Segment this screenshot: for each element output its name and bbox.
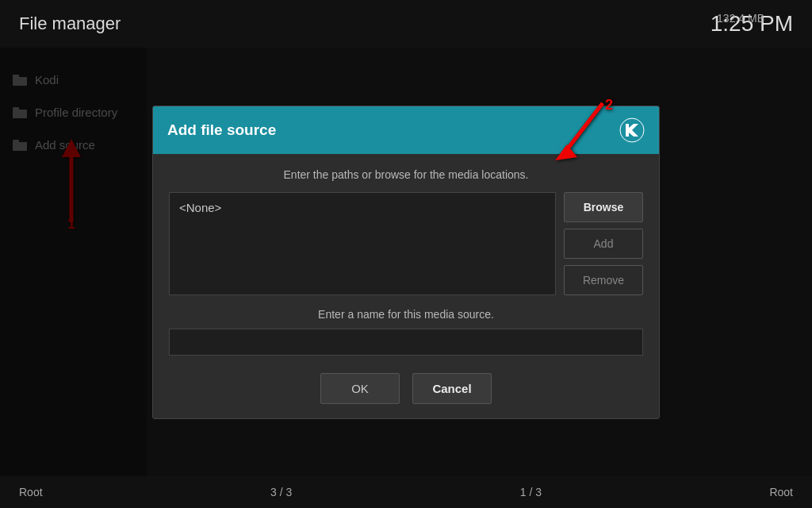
dialog-header: Add file source — [153, 106, 659, 154]
bottom-center-right: 1 / 3 — [520, 486, 542, 498]
kodi-logo — [619, 117, 645, 143]
path-instruction: Enter the paths or browse for the media … — [169, 168, 643, 181]
path-list[interactable]: <None> — [169, 192, 556, 295]
app-title: File manager — [19, 13, 121, 34]
cancel-button[interactable]: Cancel — [412, 373, 492, 404]
dialog-actions: OK Cancel — [169, 373, 643, 404]
storage-info: 132.4 MB — [717, 12, 764, 25]
bottom-right-label: Root — [769, 486, 793, 498]
bottom-left-label: Root — [19, 486, 43, 498]
bottom-bar: Root 3 / 3 1 / 3 Root — [0, 476, 812, 508]
name-instruction: Enter a name for this media source. — [169, 308, 643, 321]
add-file-source-dialog: Add file source Enter the paths or brows… — [152, 106, 660, 419]
dialog-body: Enter the paths or browse for the media … — [153, 154, 659, 418]
path-buttons: Browse Add Remove — [564, 192, 643, 295]
ok-button[interactable]: OK — [320, 373, 400, 404]
dialog-title: Add file source — [167, 121, 276, 139]
bottom-center-left: 3 / 3 — [270, 486, 292, 498]
path-placeholder: <None> — [179, 201, 221, 214]
path-area: <None> Browse Add Remove — [169, 192, 643, 295]
source-name-input[interactable] — [169, 329, 643, 356]
top-bar: File manager 1:25 PM — [0, 0, 812, 48]
browse-button[interactable]: Browse — [564, 192, 643, 222]
add-path-button[interactable]: Add — [564, 229, 643, 259]
remove-path-button[interactable]: Remove — [564, 265, 643, 295]
dialog-overlay: Add file source Enter the paths or brows… — [0, 48, 812, 476]
